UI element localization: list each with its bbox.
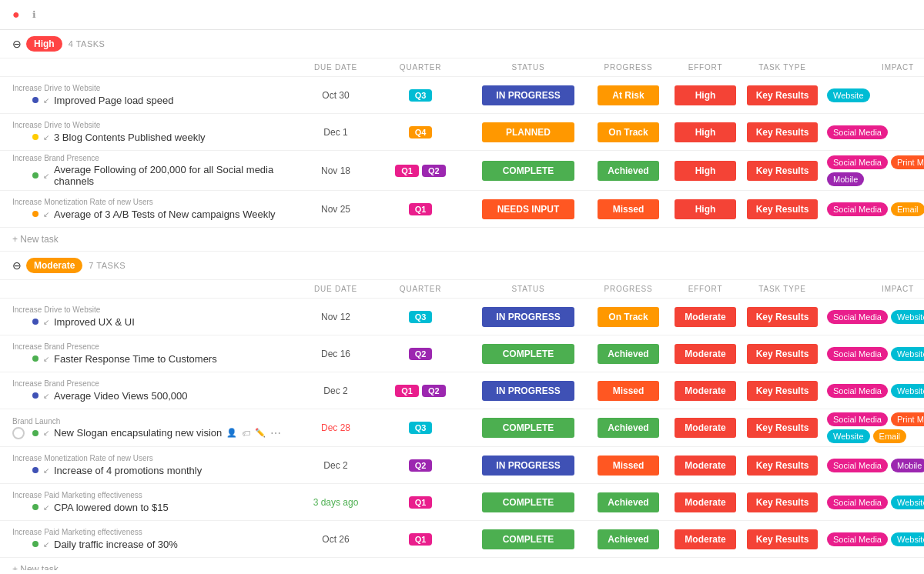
impact-tag: Email: [891, 202, 924, 216]
status-cell: IN PROGRESS: [467, 381, 590, 401]
effort-cell: Moderate: [667, 456, 744, 476]
impact-tag: Social Media: [827, 496, 888, 509]
progress-badge: Achieved: [598, 418, 659, 438]
due-date-cell: Oct 26: [297, 534, 374, 545]
subtask-icon: ↙: [43, 392, 49, 400]
subtask-icon: ↙: [43, 429, 49, 437]
status-badge: IN PROGRESS: [482, 307, 574, 327]
task-color-dot: [32, 97, 38, 103]
task-name-row: ↙ Average of 3 A/B Tests of New campaign…: [12, 208, 297, 220]
task-color-dot: [32, 504, 38, 510]
subtask-icon: ↙: [43, 318, 49, 326]
task-parent-label: Increase Monetization Rate of new Users: [12, 454, 297, 462]
status-cell: PLANNED: [467, 122, 590, 142]
impact-cell: Social MediaEmail: [821, 202, 924, 216]
task-info: Increase Brand Presence ↙ Faster Respons…: [12, 342, 297, 365]
effort-badge: High: [675, 122, 736, 142]
impact-tag: Social Media: [827, 155, 888, 169]
progress-badge: Achieved: [598, 161, 659, 181]
impact-tag: Social Media: [827, 532, 888, 546]
task-count-moderate: 7 TASKS: [89, 261, 126, 270]
quarter-cell: Q1: [374, 203, 467, 215]
col-impact-1: IMPACT: [821, 285, 924, 293]
quarter-badge: Q1: [395, 385, 419, 397]
task-name-label: Average Following of 200,000 for all Soc…: [54, 164, 297, 187]
impact-cell: Social MediaPrint MediaMobile: [821, 155, 924, 186]
progress-cell: Achieved: [590, 492, 667, 512]
quarter-cell: Q3: [374, 311, 467, 323]
task-type-badge: Key Results: [747, 529, 819, 549]
table-row: Increase Drive to Website ↙ Improved Pag…: [0, 77, 924, 114]
status-cell: IN PROGRESS: [467, 307, 590, 327]
assign-icon[interactable]: 👤: [226, 428, 237, 438]
quarter-badge: Q3: [409, 311, 433, 323]
progress-cell: On Track: [590, 122, 667, 142]
due-date-cell: Nov 25: [297, 204, 374, 215]
status-cell: NEEDS INPUT: [467, 199, 590, 219]
task-checkbox[interactable]: [12, 427, 25, 439]
priority-badge-high: High: [26, 36, 62, 52]
due-date-cell: Oct 30: [297, 90, 374, 101]
add-task-row[interactable]: + New task: [0, 558, 924, 570]
due-date-cell: 3 days ago: [297, 497, 374, 508]
subtask-icon: ↙: [43, 172, 49, 180]
add-task-row[interactable]: + New task: [0, 228, 924, 252]
status-cell: COMPLETE: [467, 344, 590, 364]
quarter-badge: Q1: [409, 496, 433, 509]
header: ● ℹ: [0, 0, 924, 30]
table-row: Increase Monetization Rate of new Users …: [0, 447, 924, 484]
quarter-badge: Q2: [422, 165, 446, 177]
group-toggle-moderate[interactable]: ⊖: [12, 259, 22, 272]
task-color-dot: [32, 430, 38, 436]
task-color-dot: [32, 211, 38, 217]
subtask-icon: ↙: [43, 466, 49, 475]
progress-badge: Missed: [598, 456, 659, 476]
col-task: [12, 63, 297, 72]
tag-icon[interactable]: 🏷: [242, 429, 250, 438]
status-badge: COMPLETE: [482, 161, 574, 181]
task-parent-label: Increase Paid Marketing effectiveness: [12, 491, 297, 499]
task-parent-label: Increase Brand Presence: [12, 342, 297, 351]
impact-tag: Print Media: [891, 155, 924, 169]
quarter-cell: Q3: [374, 422, 467, 434]
task-name-label: Increase of 4 promotions monthly: [54, 465, 202, 476]
more-options-icon[interactable]: ⋯: [270, 427, 281, 439]
info-icon[interactable]: ℹ: [32, 9, 36, 20]
col-impact: IMPACT: [821, 63, 924, 72]
quarter-cell: Q4: [374, 126, 467, 138]
status-cell: COMPLETE: [467, 418, 590, 438]
task-name-row: ↙ Average Following of 200,000 for all S…: [12, 164, 297, 187]
task-type-badge: Key Results: [747, 122, 819, 142]
effort-badge: Moderate: [675, 381, 736, 401]
task-info: Increase Brand Presence ↙ Average Follow…: [12, 154, 297, 187]
impact-tag: Social Media: [827, 412, 888, 426]
col-task-1: [12, 285, 297, 293]
impact-tag: Social Media: [827, 384, 888, 398]
task-name-label: New Slogan encapsulating new vision: [54, 427, 222, 439]
effort-cell: High: [667, 199, 744, 219]
status-badge: COMPLETE: [482, 344, 574, 364]
impact-tag: Mobile: [827, 172, 864, 186]
quarter-cell: Q1: [374, 533, 467, 546]
task-parent-label: Increase Paid Marketing effectiveness: [12, 528, 297, 536]
progress-cell: On Track: [590, 307, 667, 327]
progress-cell: Achieved: [590, 418, 667, 438]
effort-cell: Moderate: [667, 492, 744, 512]
quarter-badge: Q3: [409, 422, 433, 434]
edit-icon[interactable]: ✏️: [255, 428, 266, 438]
status-badge: COMPLETE: [482, 529, 574, 549]
status-badge: IN PROGRESS: [482, 381, 574, 401]
effort-badge: Moderate: [675, 492, 736, 512]
status-badge: IN PROGRESS: [482, 85, 574, 105]
impact-tag: Social Media: [827, 202, 888, 216]
quarter-cell: Q1Q2: [374, 385, 467, 397]
group-toggle-high[interactable]: ⊖: [12, 38, 22, 50]
effort-badge: High: [675, 85, 736, 105]
task-name-row: ↙ Improved Page load speed: [12, 94, 297, 106]
task-color-dot: [32, 467, 38, 473]
col-effort: EFFORT: [667, 63, 744, 72]
due-date-cell: Dec 1: [297, 127, 374, 138]
quarter-badge: Q2: [422, 385, 446, 397]
task-name-label: Average of 3 A/B Tests of New campaigns …: [54, 209, 276, 220]
due-date-cell: Dec 2: [297, 460, 374, 471]
